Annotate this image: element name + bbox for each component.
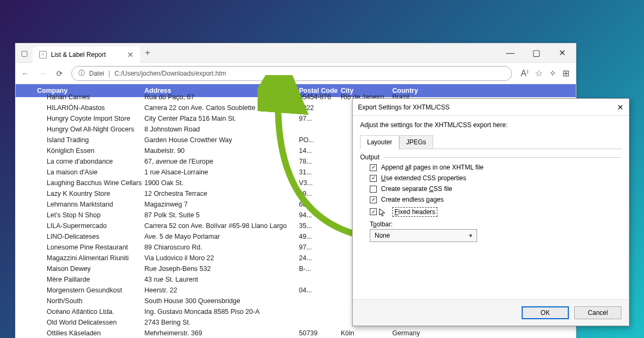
table-cell: 04... xyxy=(299,286,341,294)
url-path: C:/Users/jochen/Downloads/export.htm xyxy=(114,70,226,77)
table-cell: 05454-876 xyxy=(299,93,341,101)
collections-icon[interactable]: ✧ xyxy=(549,68,556,78)
browser-addressbar: ← → ⟳ ⓘ Datei | C:/Users/jochen/Download… xyxy=(16,63,576,84)
table-cell: Hungry Coyote Import Store xyxy=(16,115,144,122)
dialog-close-icon[interactable]: ✕ xyxy=(617,103,624,112)
table-cell: 8 Johnstown Road xyxy=(144,126,299,133)
cancel-button[interactable]: Cancel xyxy=(574,306,621,319)
dialog-titlebar: Export Settings for XHTML/CSS ✕ xyxy=(353,99,629,116)
table-cell: Laughing Bacchus Wine Cellars xyxy=(16,179,144,187)
table-cell: 2743 Bering St. xyxy=(144,319,299,326)
checkbox-icon[interactable] xyxy=(370,186,377,193)
window-close-button[interactable]: ✕ xyxy=(550,46,574,61)
table-cell: 97... xyxy=(299,115,341,122)
cursor-icon xyxy=(379,208,386,218)
checkbox-icon[interactable] xyxy=(370,175,377,182)
table-cell: 94... xyxy=(299,211,341,219)
read-aloud-icon[interactable]: A⁾ xyxy=(521,68,529,78)
url-input[interactable]: ⓘ Datei | C:/Users/jochen/Downloads/expo… xyxy=(71,66,512,81)
site-info-icon[interactable]: ⓘ xyxy=(78,69,85,78)
table-cell: Island Trading xyxy=(16,136,144,144)
toolbar-select[interactable]: None xyxy=(370,229,477,242)
table-row: Ottilies KäseladenMehrheimerstr. 3695073… xyxy=(16,328,576,338)
table-cell: 14... xyxy=(299,147,341,155)
new-tab-button[interactable]: ＋ xyxy=(140,47,155,58)
tab-layouter[interactable]: Layouter xyxy=(360,135,399,149)
document-icon: ≡ xyxy=(39,51,47,58)
table-cell: Königlich Essen xyxy=(16,147,144,155)
table-cell: LINO-Delicateses xyxy=(16,233,144,240)
window-maximize-button[interactable]: ▢ xyxy=(524,46,548,61)
table-cell: LILA-Supermercado xyxy=(16,222,144,230)
table-cell: South House 300 Queensbridge xyxy=(144,297,299,305)
table-cell: Ave. 5 de Mayo Porlamar xyxy=(144,233,299,240)
opt-append-pages[interactable]: Append all pages in one XHTML file xyxy=(360,162,621,173)
table-cell: Maison Dewey xyxy=(16,265,144,273)
table-cell: La maison d'Asie xyxy=(16,168,144,176)
table-cell: Lehmanns Marktstand xyxy=(16,201,144,208)
table-cell: Ing. Gustavo Moncada 8585 Piso 20-A xyxy=(144,308,299,315)
table-cell: 87 Polk St. Suite 5 xyxy=(144,211,299,219)
table-cell: 31... xyxy=(299,168,341,176)
table-cell: Köln xyxy=(341,329,392,337)
checkbox-icon[interactable] xyxy=(370,164,377,171)
favorites-icon[interactable]: ☆ xyxy=(535,68,543,78)
table-cell: Maubelstr. 90 xyxy=(144,147,299,155)
table-cell: 97... xyxy=(299,244,341,251)
table-cell: HILARIÓN-Abastos xyxy=(16,104,144,112)
table-cell: Mehrheimerstr. 369 xyxy=(144,329,299,337)
forward-icon: → xyxy=(37,69,48,78)
table-cell: 5022 xyxy=(299,104,341,112)
table-cell: 1900 Oak St. xyxy=(144,179,299,187)
opt-fixed-headers[interactable]: Fixed headers xyxy=(360,205,621,218)
opt-extended-css[interactable]: Use extended CSS properties xyxy=(360,173,621,183)
ok-button[interactable]: OK xyxy=(522,306,569,319)
table-cell: Germany xyxy=(392,329,478,337)
tab-close-icon[interactable]: ✕ xyxy=(127,50,134,59)
table-cell: Old World Delicatessen xyxy=(16,319,144,326)
checkbox-icon[interactable] xyxy=(370,208,377,215)
table-cell: Hungry Owl All-Night Grocers xyxy=(16,126,144,133)
section-output: Output xyxy=(360,153,621,161)
table-cell: Lonesome Pine Restaurant xyxy=(16,244,144,251)
back-icon[interactable]: ← xyxy=(20,69,31,78)
dialog-buttons: OK Cancel xyxy=(353,299,629,326)
extensions-icon[interactable]: ⊞ xyxy=(562,68,569,78)
table-cell: 78... xyxy=(299,158,341,165)
browser-tab[interactable]: ≡ List & Label Report ✕ xyxy=(33,47,140,63)
table-cell: 24... xyxy=(299,254,341,262)
window-minimize-button[interactable]: — xyxy=(499,46,522,61)
table-cell: Carrera 52 con Ave. Bolívar #65-98 Llano… xyxy=(144,222,299,230)
table-cell: Morgenstern Gesundkost xyxy=(16,286,144,294)
table-cell: Hanari Carnes xyxy=(16,93,144,101)
table-cell: 49... xyxy=(299,233,341,240)
table-cell: 35... xyxy=(299,222,341,230)
table-cell: Garden House Crowther Way xyxy=(144,136,299,144)
table-cell: 67, avenue de l'Europe xyxy=(144,158,299,165)
tab-collection-icon[interactable]: ▢ xyxy=(16,49,33,57)
table-cell: La corne d'abondance xyxy=(16,158,144,165)
table-cell: 89 Chiaroscuro Rd. xyxy=(144,244,299,251)
toolbar-label: Toolbar: xyxy=(360,218,621,229)
refresh-icon[interactable]: ⟳ xyxy=(54,69,65,78)
table-cell: Lazy K Kountry Store xyxy=(16,190,144,197)
url-prefix: Datei xyxy=(89,70,104,77)
opt-endless-pages[interactable]: Create endless pages xyxy=(360,194,621,205)
table-cell: 43 rue St. Laurent xyxy=(144,276,299,283)
dialog-title: Export Settings for XHTML/CSS xyxy=(358,104,450,111)
export-settings-dialog: Export Settings for XHTML/CSS ✕ Adjust t… xyxy=(352,98,630,326)
table-cell: 12 Orchestra Terrace xyxy=(144,190,299,197)
tab-jpegs[interactable]: JPEGs xyxy=(399,135,433,149)
table-cell: PO... xyxy=(299,136,341,144)
checkbox-icon[interactable] xyxy=(370,196,377,203)
table-cell: Rua do Paço, 67 xyxy=(144,93,299,101)
table-cell: City Center Plaza 516 Main St. xyxy=(144,115,299,122)
table-cell: Via Ludovico il Moro 22 xyxy=(144,254,299,262)
table-cell: Rue Joseph-Bens 532 xyxy=(144,265,299,273)
opt-separate-css[interactable]: Create separate CSS file xyxy=(360,183,621,194)
table-cell: V3... xyxy=(299,179,341,187)
browser-tabbar: ▢ ≡ List & Label Report ✕ ＋ — ▢ ✕ xyxy=(16,43,576,63)
table-cell: Heerstr. 22 xyxy=(144,286,299,294)
tab-title: List & Label Report xyxy=(51,51,106,58)
table-cell: 50739 xyxy=(299,329,341,337)
